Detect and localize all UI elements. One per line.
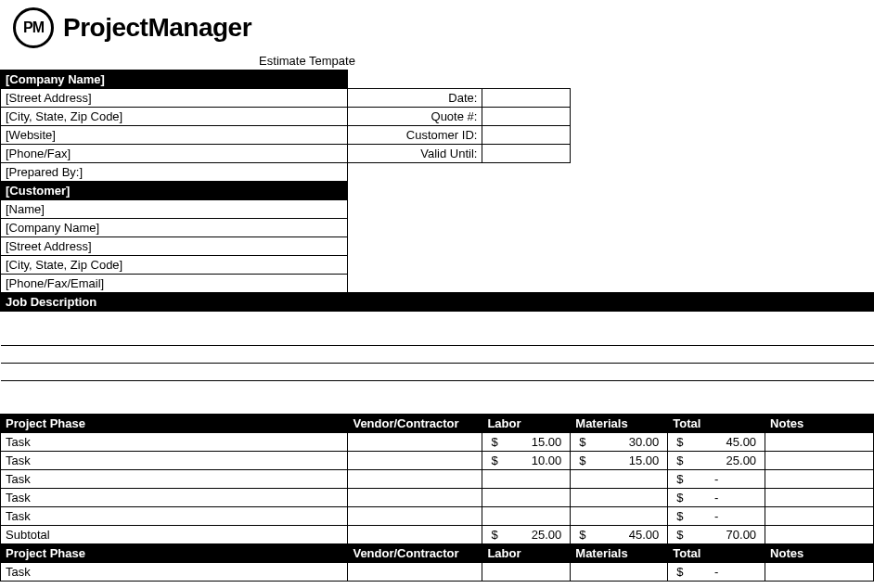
task-notes-cell[interactable] (765, 470, 874, 489)
task-total-cell[interactable]: $- (668, 507, 765, 526)
task-notes-cell[interactable] (765, 563, 874, 582)
valid-until-label: Valid Until: (348, 145, 482, 163)
col-header-vendor: Vendor/Contractor (348, 415, 482, 433)
col-header-materials: Materials (571, 415, 668, 433)
customer-city[interactable]: [City, State, Zip Code] (1, 256, 348, 275)
task-name-cell[interactable]: Task (1, 507, 348, 526)
valid-until-value[interactable] (482, 145, 571, 163)
task-name-cell[interactable]: Task (1, 452, 348, 470)
col-header-vendor-2: Vendor/Contractor (348, 544, 482, 563)
col-header-materials-2: Materials (571, 544, 668, 563)
company-header: [Company Name] (1, 70, 348, 89)
company-phone[interactable]: [Phone/Fax] (1, 145, 348, 163)
task-labor-cell[interactable] (482, 563, 571, 582)
col-header-notes: Notes (765, 415, 874, 433)
task-row: Task $- (1, 563, 874, 582)
task-vendor-cell[interactable] (348, 470, 482, 489)
task-materials-cell[interactable]: $30.00 (571, 433, 668, 452)
task-labor-cell[interactable] (482, 489, 571, 507)
subtotal-materials: $45.00 (571, 526, 668, 544)
subtotal-notes (765, 526, 874, 544)
task-materials-cell[interactable] (571, 470, 668, 489)
col-header-phase-2: Project Phase (1, 544, 348, 563)
task-total-cell[interactable]: $- (668, 563, 765, 582)
task-total-cell[interactable]: $45.00 (668, 433, 765, 452)
job-description-header: Job Description (1, 293, 874, 312)
task-labor-cell[interactable] (482, 470, 571, 489)
company-street[interactable]: [Street Address] (1, 89, 348, 108)
document-title: Estimate Tempate (0, 48, 614, 70)
job-desc-line-1[interactable] (1, 312, 874, 328)
task-vendor-cell[interactable] (348, 433, 482, 452)
task-vendor-cell[interactable] (348, 452, 482, 470)
task-row: Task $15.00 $30.00 $45.00 (1, 433, 874, 452)
task-total-cell[interactable]: $- (668, 470, 765, 489)
task-row: Task $- (1, 507, 874, 526)
task-name-cell[interactable]: Task (1, 563, 348, 582)
task-labor-cell[interactable] (482, 507, 571, 526)
col-header-total-2: Total (668, 544, 765, 563)
task-notes-cell[interactable] (765, 489, 874, 507)
quote-date-label: Date: (348, 89, 482, 108)
subtotal-vendor (348, 526, 482, 544)
task-name-cell[interactable]: Task (1, 489, 348, 507)
job-desc-line-2[interactable] (1, 328, 874, 346)
job-desc-line-3[interactable] (1, 346, 874, 364)
company-website[interactable]: [Website] (1, 126, 348, 145)
subtotal-row: Subtotal $25.00 $45.00 $70.00 (1, 526, 874, 544)
customer-header: [Customer] (1, 182, 348, 200)
task-labor-cell[interactable]: $15.00 (482, 433, 571, 452)
task-row: Task $- (1, 470, 874, 489)
quote-num-label: Quote #: (348, 108, 482, 126)
col-header-labor: Labor (482, 415, 571, 433)
task-row: Task $- (1, 489, 874, 507)
company-prepared-by[interactable]: [Prepared By:] (1, 163, 348, 182)
task-labor-cell[interactable]: $10.00 (482, 452, 571, 470)
task-name-cell[interactable]: Task (1, 433, 348, 452)
task-materials-cell[interactable]: $15.00 (571, 452, 668, 470)
col-header-phase: Project Phase (1, 415, 348, 433)
customer-company[interactable]: [Company Name] (1, 219, 348, 237)
customer-id-label: Customer ID: (348, 126, 482, 145)
subtotal-label: Subtotal (1, 526, 348, 544)
customer-id-value[interactable] (482, 126, 571, 145)
task-materials-cell[interactable] (571, 563, 668, 582)
subtotal-labor: $25.00 (482, 526, 571, 544)
task-vendor-cell[interactable] (348, 507, 482, 526)
col-header-total: Total (668, 415, 765, 433)
customer-name[interactable]: [Name] (1, 200, 348, 219)
task-materials-cell[interactable] (571, 489, 668, 507)
task-notes-cell[interactable] (765, 433, 874, 452)
task-notes-cell[interactable] (765, 452, 874, 470)
subtotal-total: $70.00 (668, 526, 765, 544)
logo-text: ProjectManager (63, 13, 251, 43)
brand-logo: PM ProjectManager (13, 7, 251, 48)
task-total-cell[interactable]: $- (668, 489, 765, 507)
customer-contact[interactable]: [Phone/Fax/Email] (1, 275, 348, 293)
quote-date-value[interactable] (482, 89, 571, 108)
job-desc-line-4[interactable] (1, 364, 874, 381)
logo-icon: PM (13, 7, 54, 48)
task-row: Task $10.00 $15.00 $25.00 (1, 452, 874, 470)
customer-street[interactable]: [Street Address] (1, 237, 348, 256)
task-notes-cell[interactable] (765, 507, 874, 526)
task-total-cell[interactable]: $25.00 (668, 452, 765, 470)
task-materials-cell[interactable] (571, 507, 668, 526)
col-header-notes-2: Notes (765, 544, 874, 563)
company-city[interactable]: [City, State, Zip Code] (1, 108, 348, 126)
quote-num-value[interactable] (482, 108, 571, 126)
task-vendor-cell[interactable] (348, 489, 482, 507)
task-name-cell[interactable]: Task (1, 470, 348, 489)
task-vendor-cell[interactable] (348, 563, 482, 582)
col-header-labor-2: Labor (482, 544, 571, 563)
